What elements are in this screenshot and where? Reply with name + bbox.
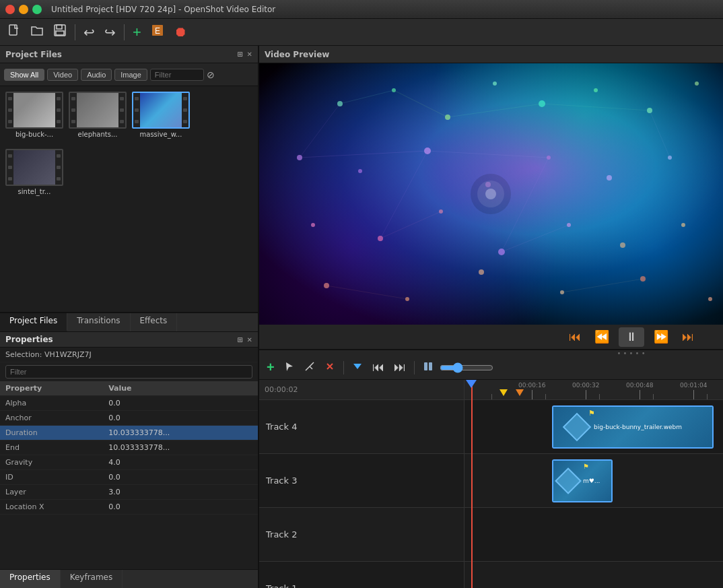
prop-close-icon[interactable]: ✕ — [247, 336, 252, 344]
minimize-button[interactable] — [19, 5, 28, 14]
properties-title: Properties — [5, 335, 53, 344]
record-button[interactable]: ⏺ — [170, 22, 191, 42]
prop-row-duration[interactable]: Duration10.033333778... — [0, 426, 258, 440]
clip-label-massive: m♥... — [553, 478, 600, 484]
tl-jump-end-button[interactable]: ⏭ — [390, 359, 409, 376]
skip-to-end-button[interactable]: ⏭ — [678, 329, 698, 346]
prop-cell-value: 0.0 — [103, 470, 258, 484]
tl-snap-button[interactable] — [419, 360, 437, 376]
track-2-row[interactable] — [464, 508, 723, 562]
prop-cell-value: 3.0 — [103, 485, 258, 499]
project-files-header: Project Files ⊞ ✕ — [0, 46, 258, 63]
prop-row-gravity[interactable]: Gravity4.0 — [0, 455, 258, 470]
svg-rect-0 — [9, 25, 17, 35]
redo-button[interactable]: ↪ — [101, 22, 119, 43]
clip-bigbuck[interactable]: big-buck-bunny_trailer.webm ⚑ — [552, 405, 714, 449]
current-time-label: 00:00:02 — [265, 385, 298, 394]
file-item-sintel[interactable]: sintel_tr... — [5, 149, 63, 195]
prop-row-alpha[interactable]: Alpha0.0 — [0, 396, 258, 411]
prop-cell-value: 0.0 — [103, 500, 258, 514]
prop-header-value: Value — [103, 381, 258, 395]
timeline-ruler[interactable]: 00:00:16 00:00:32 00:00:48 00:01:04 — [464, 380, 723, 400]
tl-zoom-slider[interactable] — [440, 362, 493, 373]
track-area[interactable]: 00:00:16 00:00:32 00:00:48 00:01:04 — [464, 380, 723, 588]
track-3-name: Track 3 — [266, 476, 297, 486]
skip-to-start-button[interactable]: ⏮ — [565, 329, 585, 346]
ruler-spacer: 00:00:02 — [259, 380, 464, 400]
filter-tab-audio[interactable]: Audio — [81, 69, 112, 81]
video-preview-section: Video Preview ⊞ ✕ — [259, 46, 723, 350]
tl-down-arrow-button[interactable] — [349, 360, 366, 376]
tab-properties[interactable]: Properties — [0, 570, 61, 588]
file-item-elephants[interactable]: elephants... — [69, 92, 127, 138]
prop-cell-name: Location X — [0, 500, 103, 514]
add-button[interactable]: + — [129, 21, 145, 44]
playhead-line[interactable] — [471, 380, 473, 588]
prop-row-end[interactable]: End10.033333778... — [0, 440, 258, 455]
svg-point-50 — [485, 189, 496, 199]
tab-effects[interactable]: Effects — [131, 313, 178, 331]
filter-tab-showall[interactable]: Show All — [4, 69, 44, 81]
prop-row-layer[interactable]: Layer3.0 — [0, 485, 258, 500]
rewind-button[interactable]: ⏪ — [590, 328, 613, 346]
track-3-row[interactable]: m♥... ⚑ — [464, 454, 723, 508]
selection-label: Selection: VH1WZRJZ7J — [0, 348, 258, 362]
file-item-massive[interactable]: massive_w... — [132, 92, 190, 138]
svg-point-13 — [695, 81, 699, 86]
filter-tab-video[interactable]: Video — [47, 69, 78, 81]
bottom-tabs2: Properties Keyframes — [0, 569, 258, 588]
svg-line-36 — [448, 104, 542, 117]
tl-add-track-button[interactable]: + — [263, 358, 278, 377]
file-thumb-massive — [132, 92, 190, 129]
prop-row-location-x[interactable]: Location X0.0 — [0, 500, 258, 515]
properties-header: Properties ⊞ ✕ — [0, 332, 258, 348]
prop-restore-icon[interactable]: ⊞ — [237, 336, 242, 344]
properties-filter-input[interactable] — [5, 365, 252, 379]
tl-select-button[interactable] — [281, 360, 298, 376]
svg-line-47 — [562, 279, 643, 292]
play-pause-button[interactable]: ⏸ — [619, 327, 644, 347]
export-button[interactable]: E — [147, 21, 168, 43]
files-grid: big-buck-... elephants... massive_w... — [0, 86, 258, 312]
open-button[interactable] — [27, 21, 47, 43]
ruler-minor-tick-4 — [653, 394, 654, 399]
timeline-content: 00:00:02 Track 4 Track 3 Track 2 Track 1 — [259, 380, 723, 588]
maximize-button[interactable] — [32, 5, 42, 14]
close-button[interactable] — [5, 5, 15, 14]
tl-razor-button[interactable] — [301, 360, 318, 376]
new-button[interactable] — [4, 21, 24, 43]
tab-transitions[interactable]: Transitions — [67, 313, 130, 331]
fast-forward-button[interactable]: ⏩ — [650, 328, 673, 346]
clip-massive[interactable]: m♥... ⚑ — [552, 459, 613, 502]
svg-rect-53 — [429, 362, 432, 370]
filter-tab-image[interactable]: Image — [114, 69, 147, 81]
prop-row-id[interactable]: ID0.0 — [0, 470, 258, 485]
panel-restore-icon[interactable]: ⊞ — [237, 51, 242, 58]
track-1-row[interactable] — [464, 562, 723, 588]
prop-table-header: Property Value — [0, 381, 258, 396]
track-label-2: Track 2 — [259, 508, 464, 562]
save-button[interactable] — [50, 21, 70, 43]
svg-rect-2 — [57, 25, 62, 29]
video-controls: ⏮ ⏪ ⏸ ⏩ ⏭ — [259, 325, 723, 349]
filter-input[interactable] — [150, 69, 204, 81]
clip-flag-icon: ⚑ — [588, 409, 595, 418]
filter-clear-button[interactable]: ⊘ — [207, 69, 215, 80]
prop-row-anchor[interactable]: Anchor0.0 — [0, 411, 258, 426]
prop-cell-name: Gravity — [0, 455, 103, 469]
clip-label-bigbuck: big-buck-bunny_trailer.webm — [553, 424, 712, 430]
track-4-row[interactable]: big-buck-bunny_trailer.webm ⚑ — [464, 400, 723, 454]
project-files-title: Project Files — [5, 50, 62, 59]
timeline-resize-handle[interactable]: • • • • • — [259, 350, 723, 356]
panel-close-icon[interactable]: ✕ — [247, 51, 252, 58]
file-item-bigbuck[interactable]: big-buck-... — [5, 92, 63, 138]
tl-remove-clip-button[interactable] — [321, 360, 339, 376]
tl-jump-start-button[interactable]: ⏮ — [369, 359, 388, 376]
tab-keyframes[interactable]: Keyframes — [61, 570, 123, 588]
timeline-toolbar: + ⏮ ⏭ — [259, 356, 723, 380]
prop-cell-name: End — [0, 440, 103, 455]
tab-project-files[interactable]: Project Files — [0, 313, 67, 331]
svg-line-34 — [340, 90, 394, 104]
undo-button[interactable]: ↩ — [80, 22, 98, 43]
filter-bar: Show All Video Audio Image ⊘ — [0, 63, 258, 86]
